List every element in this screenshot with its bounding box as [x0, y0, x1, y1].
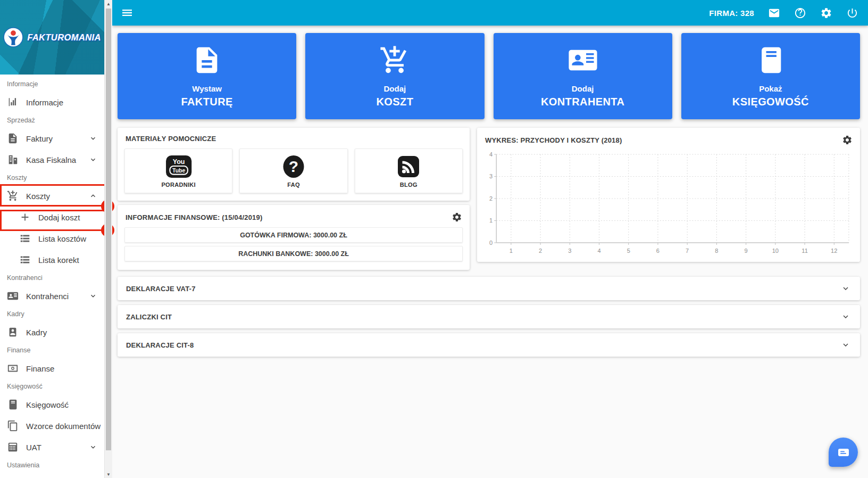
card-dodaj-koszt[interactable]: Dodaj KOSZT [305, 33, 484, 119]
card-line1: Wystaw [192, 84, 222, 93]
scrollbar-up-arrow[interactable]: ▲ [105, 0, 112, 7]
finance-panel-title: INFORMACJE FINANSOWE: (15/04/2019) [126, 213, 262, 221]
sidebar-item-faktury[interactable]: Faktury [0, 128, 104, 149]
menu-icon[interactable] [121, 6, 133, 19]
svg-text:11: 11 [802, 248, 808, 254]
chat-icon [837, 446, 850, 459]
svg-text:Tube: Tube [172, 167, 185, 173]
svg-text:4: 4 [489, 151, 493, 158]
settings-icon[interactable] [820, 7, 832, 19]
svg-text:8: 8 [715, 248, 718, 254]
list-icon [19, 254, 31, 266]
help-icon[interactable] [794, 7, 806, 19]
material-card-poradniki[interactable]: YouTube PORADNIKI [124, 149, 232, 193]
finance-panel: INFORMACJE FINANSOWE: (15/04/2019) GOTÓW… [118, 205, 470, 270]
card-wystaw-fakture[interactable]: Wystaw FAKTURĘ [118, 33, 296, 119]
company-label: FIRMA: 328 [709, 9, 754, 18]
sidebar-item-label: Lista kosztów [38, 234, 86, 243]
card-line2: FAKTURĘ [181, 96, 233, 108]
sidebar-item-label: Lista korekt [38, 256, 79, 265]
card-pokaz-ksiegowosc[interactable]: Pokaż KSIĘGOWOŚĆ [681, 33, 860, 119]
card-line1: Pokaż [759, 84, 782, 93]
sidebar-item-lista-korekt[interactable]: Lista korekt [0, 249, 104, 270]
svg-text:10: 10 [772, 248, 779, 254]
finance-row-rachunki: RACHUNKI BANKOWE: 3000.00 ZŁ [124, 246, 463, 261]
sidebar-item-finanse[interactable]: Finanse [0, 358, 104, 379]
svg-text:5: 5 [627, 248, 630, 254]
mail-icon[interactable] [768, 7, 780, 19]
sidebar: FAKTUROMANIA Informacje Informacje Sprze… [0, 0, 104, 478]
bar-chart-icon [7, 96, 19, 108]
sidebar-item-uat[interactable]: UAT [0, 436, 104, 458]
scrollbar-thumb[interactable] [106, 9, 111, 450]
materials-panel: MATERIAŁY POMOCNICZE YouTube PORADNIKI ?… [118, 128, 470, 201]
cash-register-icon [7, 154, 19, 166]
main-area: FIRMA: 328 Wystaw FAKTURĘ Dodaj KOSZT Do… [112, 0, 868, 478]
chat-launcher-button[interactable] [829, 438, 858, 467]
sidebar-item-dodaj-koszt[interactable]: Dodaj koszt 2 [0, 207, 104, 228]
power-icon[interactable] [846, 7, 858, 19]
sidebar-item-lista-kosztow[interactable]: Lista kosztów [0, 228, 104, 249]
finance-settings-icon[interactable] [452, 212, 462, 222]
calculator-icon [7, 441, 19, 453]
cart-plus-icon [379, 45, 410, 76]
banknote-icon [7, 362, 19, 374]
contact-card-icon [7, 290, 19, 302]
sidebar-item-label: Dodaj koszt [38, 213, 80, 222]
materials-panel-title: MATERIAŁY POMOCNICZE [118, 128, 470, 147]
sidebar-item-label: Kontrahenci [26, 292, 69, 301]
nav-section-koszty: Koszty [0, 170, 104, 185]
book-icon [755, 45, 786, 76]
sidebar-item-kasa-fiskalna[interactable]: Kasa Fiskalna [0, 149, 104, 170]
svg-text:3: 3 [568, 248, 571, 254]
card-line2: KOSZT [376, 96, 413, 108]
card-line2: KSIĘGOWOŚĆ [732, 96, 809, 108]
accordion-zaliczki-cit[interactable]: ZALICZKI CIT [118, 305, 860, 328]
sidebar-item-label: Informacje [26, 98, 63, 107]
question-icon: ? [282, 154, 305, 179]
chevron-down-icon [841, 340, 850, 350]
nav-section-ksiegowosc: Księgowość [0, 379, 104, 394]
svg-text:0: 0 [489, 240, 493, 246]
person-badge-icon [7, 326, 19, 338]
sidebar-scrollbar[interactable]: ▲ ▼ [104, 0, 112, 478]
chart-settings-icon[interactable] [842, 135, 853, 145]
nav-section-finanse: Finanse [0, 343, 104, 358]
sidebar-item-label: Finanse [26, 364, 54, 373]
material-card-blog[interactable]: BLOG [355, 149, 463, 193]
material-label: PORADNIKI [161, 182, 195, 188]
sidebar-item-ksiegowosc[interactable]: Księgowość [0, 394, 104, 415]
card-dodaj-kontrahenta[interactable]: Dodaj KONTRAHENTA [494, 33, 672, 119]
svg-text:?: ? [289, 158, 298, 175]
sidebar-item-kontrahenci[interactable]: Kontrahenci [0, 285, 104, 307]
svg-text:You: You [172, 158, 185, 166]
chart-panel-title: WYKRES: PRZYCHODY I KOSZTY (2018) [485, 136, 622, 144]
sidebar-item-label: Koszty [26, 192, 50, 201]
sidebar-nav: Informacje Informacje Sprzedaż Faktury K… [0, 75, 104, 473]
logo[interactable]: FAKTUROMANIA [0, 0, 104, 75]
sidebar-item-kadry[interactable]: Kadry [0, 322, 104, 343]
svg-text:1: 1 [510, 248, 513, 254]
finance-panel-header: INFORMACJE FINANSOWE: (15/04/2019) [118, 205, 470, 227]
svg-text:1: 1 [489, 218, 493, 224]
chevron-down-icon [841, 312, 850, 322]
accordion-deklaracje-cit8[interactable]: DEKLARACJE CIT-8 [118, 333, 860, 357]
chart: 01234123456789101112 [477, 150, 860, 261]
sidebar-item-informacje[interactable]: Informacje [0, 92, 104, 113]
rss-icon [397, 154, 420, 179]
accordion-deklaracje-vat7[interactable]: DEKLARACJE VAT-7 [118, 277, 860, 300]
cart-icon [7, 190, 19, 202]
sidebar-item-label: Kasa Fiskalna [26, 155, 76, 164]
material-label: BLOG [400, 182, 418, 188]
nav-section-informacje: Informacje [0, 77, 104, 92]
invoice-icon [191, 45, 222, 76]
topbar: FIRMA: 328 [112, 0, 868, 26]
chart-panel: WYKRES: PRZYCHODY I KOSZTY (2018) 012341… [477, 128, 860, 262]
sidebar-item-wzorce-dokumentow[interactable]: Wzorce dokumentów [0, 415, 104, 436]
list-icon [19, 233, 31, 244]
scrollbar-down-arrow[interactable]: ▼ [105, 471, 112, 478]
content: Wystaw FAKTURĘ Dodaj KOSZT Dodaj KONTRAH… [112, 26, 868, 357]
svg-text:2: 2 [489, 195, 493, 202]
material-card-faq[interactable]: ? FAQ [239, 149, 347, 193]
sidebar-item-koszty[interactable]: Koszty 1 [0, 185, 104, 207]
